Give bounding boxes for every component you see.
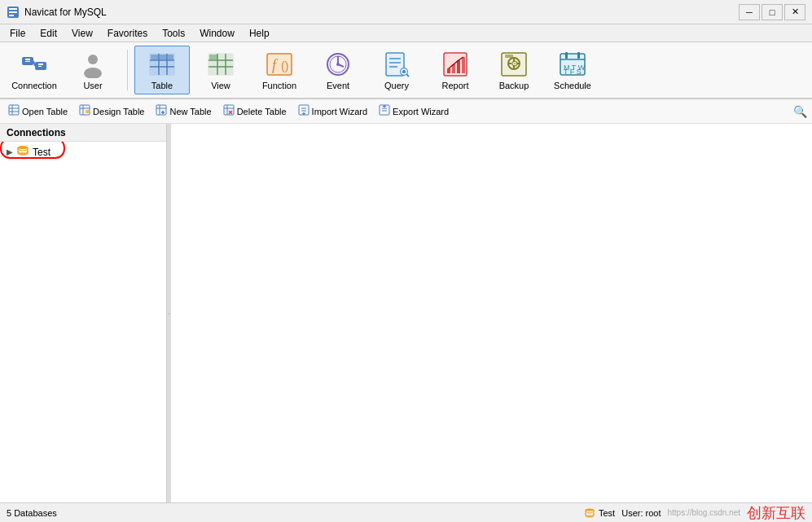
toolbar-query-label: Query bbox=[384, 81, 409, 90]
sidebar-content: ▶ Test bbox=[0, 142, 166, 502]
menu-help[interactable]: Help bbox=[243, 26, 276, 41]
design-table-button[interactable]: Design Table bbox=[74, 102, 149, 121]
status-bar: 5 Databases Test User: root https://blog… bbox=[0, 502, 812, 522]
svg-rect-26 bbox=[209, 55, 217, 59]
svg-text:(): () bbox=[281, 59, 288, 72]
svg-line-40 bbox=[406, 74, 409, 77]
view-icon bbox=[206, 50, 235, 79]
title-bar-controls[interactable]: ─ □ ✕ bbox=[739, 4, 805, 20]
table-icon bbox=[147, 50, 177, 79]
svg-rect-61 bbox=[9, 105, 19, 115]
main-toolbar: Connection User Table bbox=[0, 42, 812, 99]
svg-rect-9 bbox=[38, 64, 43, 65]
toolbar-schedule[interactable]: M T W T F S Schedule bbox=[545, 46, 600, 94]
menu-file[interactable]: File bbox=[3, 26, 32, 41]
app-title: Navicat for MySQL bbox=[24, 7, 107, 18]
title-bar-left: Navicat for MySQL bbox=[7, 6, 107, 19]
db-count: 5 Databases bbox=[7, 508, 57, 518]
design-table-label: Design Table bbox=[93, 107, 144, 116]
search-icon: 🔍 bbox=[793, 105, 807, 118]
new-table-button[interactable]: New Table bbox=[151, 102, 216, 121]
watermark: https://blog.csdn.net bbox=[667, 508, 740, 517]
expand-arrow-icon: ▶ bbox=[7, 147, 13, 156]
svg-point-87 bbox=[18, 146, 28, 149]
search-button[interactable]: 🔍 bbox=[791, 103, 809, 121]
svg-rect-18 bbox=[151, 55, 159, 59]
svg-rect-43 bbox=[447, 68, 450, 73]
open-table-icon bbox=[8, 104, 20, 118]
svg-rect-19 bbox=[160, 55, 167, 59]
toolbar-event[interactable]: Event bbox=[310, 46, 366, 94]
content-area bbox=[171, 124, 812, 502]
main-content: Connections ▶ bbox=[0, 124, 812, 502]
delete-table-button[interactable]: Delete Table bbox=[218, 102, 292, 121]
svg-point-11 bbox=[88, 55, 98, 64]
open-table-button[interactable]: Open Table bbox=[3, 102, 72, 121]
export-wizard-icon bbox=[379, 104, 390, 118]
status-db-icon bbox=[584, 507, 595, 519]
sidebar-item-test[interactable]: ▶ Test bbox=[0, 142, 166, 162]
toolbar-function[interactable]: f () Function bbox=[252, 46, 307, 94]
close-button[interactable]: ✕ bbox=[784, 4, 805, 20]
svg-rect-7 bbox=[25, 59, 30, 60]
svg-point-34 bbox=[336, 63, 340, 66]
svg-rect-1 bbox=[9, 8, 17, 10]
toolbar-backup-label: Backup bbox=[499, 81, 529, 90]
sidebar-item-test-label: Test bbox=[33, 147, 50, 158]
database-icon bbox=[16, 144, 29, 160]
delete-table-icon bbox=[223, 104, 235, 118]
query-icon bbox=[382, 50, 411, 79]
user-info: User: root bbox=[621, 508, 661, 518]
toolbar-sep-1 bbox=[127, 50, 128, 90]
app-icon bbox=[7, 6, 20, 19]
svg-rect-45 bbox=[457, 60, 460, 73]
svg-rect-50 bbox=[505, 55, 513, 58]
menu-favorites[interactable]: Favorites bbox=[101, 26, 154, 41]
connection-name: Test bbox=[599, 508, 615, 518]
function-icon: f () bbox=[265, 50, 294, 79]
toolbar-view-label: View bbox=[211, 81, 230, 90]
toolbar-function-label: Function bbox=[262, 81, 296, 90]
new-table-icon bbox=[156, 104, 167, 118]
svg-rect-3 bbox=[9, 15, 14, 16]
toolbar-connection-label: Connection bbox=[11, 81, 57, 90]
schedule-icon: M T W T F S bbox=[558, 50, 587, 79]
import-wizard-label: Import Wizard bbox=[312, 107, 367, 116]
svg-rect-68 bbox=[86, 110, 89, 113]
menu-tools[interactable]: Tools bbox=[156, 26, 191, 41]
svg-rect-69 bbox=[156, 105, 166, 115]
menu-window[interactable]: Window bbox=[193, 26, 241, 41]
toolbar-report[interactable]: Report bbox=[428, 46, 483, 94]
connection-status: Test bbox=[584, 507, 615, 519]
export-wizard-label: Export Wizard bbox=[393, 107, 449, 116]
toolbar-schedule-label: Schedule bbox=[554, 81, 591, 90]
title-bar: Navicat for MySQL ─ □ ✕ bbox=[0, 0, 812, 24]
toolbar-user-label: User bbox=[83, 81, 102, 90]
design-table-icon bbox=[79, 104, 90, 118]
toolbar-connection[interactable]: Connection bbox=[7, 46, 62, 94]
sidebar: Connections ▶ bbox=[0, 124, 167, 502]
toolbar-table[interactable]: Table bbox=[134, 46, 190, 94]
menu-bar: File Edit View Favorites Tools Window He… bbox=[0, 24, 812, 42]
toolbar-query[interactable]: Query bbox=[369, 46, 424, 94]
new-table-label: New Table bbox=[169, 107, 211, 116]
svg-rect-8 bbox=[25, 61, 30, 62]
toolbar-user[interactable]: User bbox=[65, 46, 121, 94]
connections-title: Connections bbox=[7, 127, 66, 138]
svg-point-90 bbox=[18, 152, 28, 156]
svg-text:T F S: T F S bbox=[564, 68, 582, 76]
svg-point-12 bbox=[84, 68, 102, 78]
maximize-button[interactable]: □ bbox=[762, 4, 783, 20]
brand-logo: 创新互联 bbox=[747, 503, 805, 523]
delete-table-label: Delete Table bbox=[237, 107, 287, 116]
open-table-label: Open Table bbox=[22, 107, 68, 116]
svg-point-92 bbox=[586, 508, 594, 511]
import-wizard-button[interactable]: Import Wizard bbox=[293, 102, 372, 121]
menu-view[interactable]: View bbox=[65, 26, 99, 41]
export-wizard-button[interactable]: Export Wizard bbox=[374, 102, 454, 121]
minimize-button[interactable]: ─ bbox=[739, 4, 760, 20]
toolbar-view[interactable]: View bbox=[193, 46, 248, 94]
menu-edit[interactable]: Edit bbox=[33, 26, 64, 41]
toolbar-backup[interactable]: ⚙ Backup bbox=[486, 46, 542, 94]
svg-rect-57 bbox=[565, 52, 568, 59]
